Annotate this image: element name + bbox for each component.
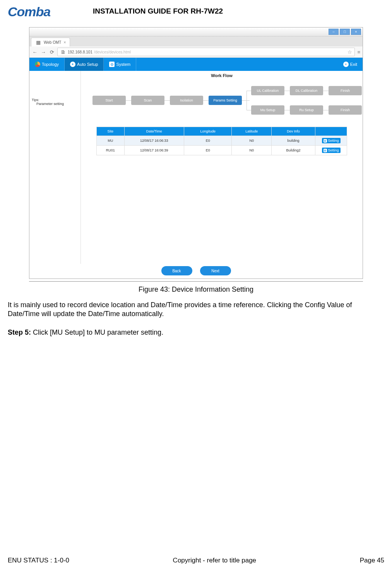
browser-tab[interactable]: ▦ Web OMT × [31,38,70,46]
wf-params-setting[interactable]: Params Setting [209,96,242,105]
th-dev-info: Dev Info [272,127,315,136]
menu-topology[interactable]: Topology [29,58,65,71]
window-close-icon[interactable]: × [351,29,361,35]
setting-label: Setting [328,148,339,152]
comba-logo: Comba [8,4,77,19]
workflow-title: Work Flow [81,73,363,78]
cell-site: RU01 [97,146,125,155]
gear-icon: ✿ [324,149,327,152]
wf-scan[interactable]: Scan [131,96,164,105]
wf-ru-setup[interactable]: Ru Setup [290,105,323,115]
table-row: MU 12/08/17 16:06:33 E0 N0 building ✿Set… [97,136,347,146]
th-site: Site [97,127,125,136]
th-actions [315,127,347,136]
cell-date: 12/08/17 16:06:39 [124,146,184,155]
exit-icon: × [343,62,349,67]
setting-label: Setting [328,139,339,143]
step-label: Step 5: [8,328,31,336]
device-table: Site Date/Time Longitude Latitude Dev In… [96,127,347,155]
window-titlebar: – □ × [29,28,363,36]
doc-title: INSTALLATION GUIDE FOR RH-7W22 [93,7,223,15]
tab-title: Web OMT [44,40,61,45]
th-longitude: Longitude [184,127,232,136]
tab-close-icon[interactable]: × [63,40,66,45]
main-area: Work Flow Start Scan Is [80,71,363,264]
footer-right: Page 45 [360,557,384,564]
page-file-icon: 🗎 [60,49,66,55]
workflow-diagram: Start Scan Isolation Params Setting UL C… [85,80,359,123]
url-host: 192.168.8.101 [68,50,92,54]
wf-finish-bottom[interactable]: Finish [329,105,362,115]
window-minimize-icon[interactable]: – [329,29,339,35]
th-latitude: Latitude [232,127,272,136]
browser-tab-strip: ▦ Web OMT × [29,36,363,46]
gear-icon: ✿ [324,139,327,143]
system-icon: ⚙ [109,62,115,67]
table-row: RU01 12/08/17 16:06:39 E0 N0 Building2 ✿… [97,146,347,155]
back-button[interactable]: Back [161,266,192,275]
reload-icon[interactable]: ⟳ [49,49,55,55]
cell-lon: E0 [184,146,232,155]
app-menubar: Topology ✶ Auto Setup ⚙ System × Exit [29,58,363,71]
auto-setup-icon: ✶ [70,62,75,67]
menu-system[interactable]: ⚙ System [104,58,136,71]
menu-auto-setup-label: Auto Setup [77,62,98,67]
wf-mu-setup[interactable]: Mu Setup [251,105,284,115]
bookmark-icon[interactable]: ☆ [347,49,352,55]
window-maximize-icon[interactable]: □ [340,29,350,35]
topology-icon [35,62,40,67]
menu-system-label: System [116,62,130,67]
browser-menu-icon[interactable]: ≡ [357,49,360,55]
url-path: /devices/devices.html [94,50,131,54]
address-bar[interactable]: 🗎 192.168.8.101/devices/devices.html ☆ [57,48,355,56]
figure-caption: Figure 43: Device Information Setting [8,285,384,294]
tips-panel: Tips: Parameter setting [29,71,80,264]
wf-dl-calibration[interactable]: DL Calibration [290,86,323,95]
browser-toolbar: ← → ⟳ 🗎 192.168.8.101/devices/devices.ht… [29,46,363,58]
embedded-screenshot: – □ × ▦ Web OMT × ← → ⟳ 🗎 192.168.8.101/… [29,27,363,279]
menu-auto-setup[interactable]: ✶ Auto Setup [65,58,104,71]
wizard-nav: Back Next [29,263,363,279]
cell-lat: N0 [232,146,272,155]
footer-mid: Copyright - refer to title page [173,557,256,564]
tips-text: Parameter setting [32,102,78,106]
cell-lat: N0 [232,136,272,146]
cell-date: 12/08/17 16:06:33 [124,136,184,146]
menu-topology-label: Topology [42,62,59,67]
page-icon: ▦ [35,39,41,45]
menu-exit[interactable]: × Exit [338,62,363,67]
cell-lon: E0 [184,136,232,146]
menu-exit-label: Exit [350,62,357,67]
footer-left: ENU STATUS : 1-0-0 [8,557,69,564]
next-button[interactable]: Next [200,266,231,275]
cell-dev: Building2 [272,146,315,155]
forward-icon[interactable]: → [40,49,46,55]
tips-label: Tips: [32,98,78,102]
setting-button[interactable]: ✿Setting [322,148,341,153]
step-paragraph: Step 5: Click [MU Setup] to MU parameter… [8,328,384,337]
step-text: Click [MU Setup] to MU parameter setting… [31,328,163,336]
setting-button[interactable]: ✿Setting [322,138,341,143]
th-date: Date/Time [124,127,184,136]
description-paragraph: It is mainly used to record device locat… [8,301,384,318]
wf-isolation[interactable]: Isolation [170,96,203,105]
wf-ul-calibration[interactable]: UL Calibration [251,86,284,95]
back-icon[interactable]: ← [32,49,38,55]
wf-start[interactable]: Start [92,96,126,105]
cell-site: MU [97,136,125,146]
page-footer: ENU STATUS : 1-0-0 Copyright - refer to … [8,557,384,564]
cell-dev: building [272,136,315,146]
wf-finish-top[interactable]: Finish [329,86,362,95]
